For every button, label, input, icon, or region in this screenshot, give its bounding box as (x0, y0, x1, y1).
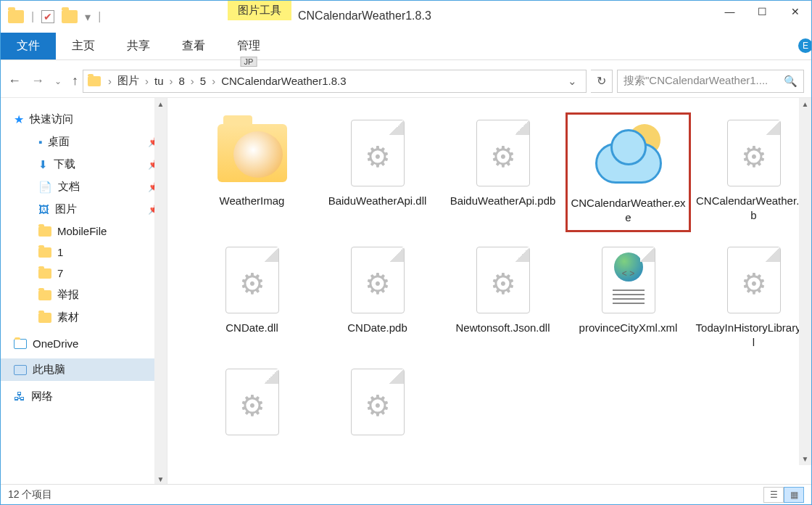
recent-dropdown-icon[interactable]: ⌄ (54, 76, 62, 86)
sidebar-quick-access[interactable]: ★快速访问 (1, 108, 167, 131)
pdb-icon: ⚙ (341, 366, 414, 438)
breadcrumb-item[interactable]: CNCalendarWeather1.8.3 (218, 75, 349, 87)
maximize-button[interactable]: ☐ (746, 1, 779, 22)
sidebar-item-documents[interactable]: 📄文档📌 (1, 176, 167, 198)
tab-share[interactable]: 共享 (111, 33, 166, 59)
sidebar-scrollbar[interactable]: ▲▼ (154, 98, 167, 485)
qat-separator: | (31, 10, 34, 23)
tab-file[interactable]: 文件 (1, 33, 56, 59)
keytip-badge: JP (241, 57, 257, 67)
sidebar-label: 素材 (57, 311, 79, 324)
dll-icon: ⚙ (216, 366, 289, 438)
sidebar-onedrive[interactable]: OneDrive (1, 333, 167, 354)
pdb-icon: ⚙ (341, 244, 414, 316)
breadcrumb-item[interactable]: 图片 (115, 74, 142, 88)
breadcrumb-sep[interactable]: › (144, 75, 150, 87)
sidebar-label: 7 (57, 267, 63, 279)
exe-icon (592, 119, 665, 192)
breadcrumb-sep[interactable]: › (189, 75, 196, 87)
file-name: WeatherImag (220, 194, 285, 208)
scroll-down-icon[interactable]: ▼ (802, 453, 809, 465)
breadcrumb-sep[interactable]: › (168, 75, 175, 87)
pc-icon (14, 365, 27, 375)
icons-view-button[interactable]: ▦ (784, 487, 804, 503)
back-button[interactable]: ← (8, 73, 21, 89)
ribbon-tabs: 文件 主页 共享 查看 管理 JP ⌄ E (1, 33, 811, 60)
file-name: TodayInHistoryLibrary.dll (696, 321, 812, 350)
dll-icon: ⚙ (467, 244, 539, 316)
sidebar-item-downloads[interactable]: ⬇下载📌 (1, 153, 167, 176)
file-item[interactable]: ⚙CNDate.pdb (315, 239, 440, 355)
qat-dropdown-icon[interactable]: ▾ (85, 10, 91, 24)
sidebar-item-1[interactable]: 1 (1, 242, 167, 263)
desktop-icon: ▪ (38, 136, 42, 148)
sidebar-item-7[interactable]: 7 (1, 263, 167, 284)
file-item[interactable]: ⚙Newtonsoft.Json.dll (440, 239, 566, 355)
tab-view[interactable]: 查看 (166, 33, 221, 59)
sidebar-label: 图片 (55, 202, 77, 216)
dll-icon: ⚙ (341, 117, 414, 189)
folder-icon (38, 313, 51, 323)
minimize-button[interactable]: — (713, 1, 746, 22)
context-tab-picture-tools[interactable]: 图片工具 (228, 1, 291, 20)
navigation-bar: ← → ⌄ ↑ › 图片 › tu › 8 › 5 › CNCalendarWe… (1, 65, 811, 98)
breadcrumb-sep[interactable]: › (210, 75, 217, 87)
file-item[interactable]: CNCalendarWeather.exe (566, 112, 691, 232)
tab-home[interactable]: 主页 (56, 33, 111, 59)
file-item[interactable]: ⚙BaiduWeatherApi.dll (315, 112, 440, 232)
file-name: provinceCityXml.xml (579, 321, 678, 335)
sidebar-label: 1 (57, 246, 63, 258)
file-item[interactable]: ⚙ (189, 361, 315, 447)
new-folder-icon[interactable] (62, 10, 78, 23)
navigation-pane: ★快速访问 ▪桌面📌 ⬇下载📌 📄文档📌 🖼图片📌 MobileFile 1 7… (1, 98, 167, 485)
sidebar-label: 网络 (31, 390, 53, 403)
file-item[interactable]: ⚙CNDate.dll (189, 239, 315, 355)
refresh-button[interactable]: ↻ (591, 70, 613, 93)
folder-icon[interactable] (8, 10, 24, 23)
breadcrumb-item[interactable]: 8 (176, 75, 188, 87)
breadcrumb-item[interactable]: 5 (197, 75, 209, 87)
help-icon[interactable]: E (798, 38, 812, 53)
up-button[interactable]: ↑ (72, 73, 78, 89)
file-item[interactable]: ⚙BaiduWeatherApi.pdb (440, 112, 566, 232)
file-item[interactable]: ⚙TodayInHistoryLibrary.dll (691, 239, 811, 355)
scroll-up-icon[interactable]: ▲ (802, 98, 809, 110)
pdb-icon: ⚙ (718, 117, 790, 189)
file-name: Newtonsoft.Json.dll (455, 321, 550, 335)
file-item[interactable]: WeatherImag (189, 112, 315, 232)
sidebar-label: 桌面 (48, 135, 70, 149)
file-item[interactable]: ⚙CNCalendarWeather.pdb (691, 112, 811, 232)
titlebar: | ✔ ▾ | 图片工具 CNCalendarWeather1.8.3 — ☐ … (1, 1, 811, 33)
search-input[interactable]: 搜索"CNCalendarWeather1.... 🔍 (617, 70, 804, 93)
item-count: 12 个项目 (8, 488, 52, 501)
scroll-up-icon[interactable]: ▲ (157, 98, 165, 110)
status-bar: 12 个项目 ☰ ▦ (1, 484, 811, 504)
nav-arrows: ← → ⌄ ↑ (8, 73, 78, 89)
sidebar-item-mobilefile[interactable]: MobileFile (1, 221, 167, 242)
sidebar-item-pictures[interactable]: 🖼图片📌 (1, 198, 167, 221)
close-button[interactable]: ✕ (779, 1, 811, 22)
view-toggles: ☰ ▦ (763, 487, 804, 503)
content-scrollbar[interactable]: ▲▼ (799, 98, 811, 465)
file-item[interactable]: ⚙ (315, 361, 440, 447)
properties-icon[interactable]: ✔ (41, 10, 54, 23)
breadcrumb-item[interactable]: tu (152, 75, 167, 87)
details-view-button[interactable]: ☰ (763, 487, 784, 503)
address-dropdown-icon[interactable]: ⌄ (563, 75, 581, 88)
forward-button: → (31, 73, 44, 89)
sidebar-network[interactable]: 🖧网络 (1, 385, 167, 408)
sidebar-label: 举报 (57, 288, 79, 302)
sidebar-item-report[interactable]: 举报 (1, 284, 167, 306)
folder-icon (88, 76, 101, 86)
address-bar[interactable]: › 图片 › tu › 8 › 5 › CNCalendarWeather1.8… (83, 70, 587, 93)
tab-manage[interactable]: 管理 JP (221, 33, 276, 59)
sidebar-this-pc[interactable]: 此电脑 (1, 358, 167, 381)
breadcrumb-sep[interactable]: › (107, 75, 113, 87)
sidebar-item-desktop[interactable]: ▪桌面📌 (1, 131, 167, 153)
sidebar-item-material[interactable]: 素材 (1, 306, 167, 329)
sidebar-label: 此电脑 (33, 363, 65, 377)
search-placeholder: 搜索"CNCalendarWeather1.... (624, 74, 768, 88)
file-name: CNCalendarWeather.exe (571, 196, 686, 226)
search-icon[interactable]: 🔍 (784, 75, 798, 88)
file-item[interactable]: < >provinceCityXml.xml (566, 239, 691, 355)
